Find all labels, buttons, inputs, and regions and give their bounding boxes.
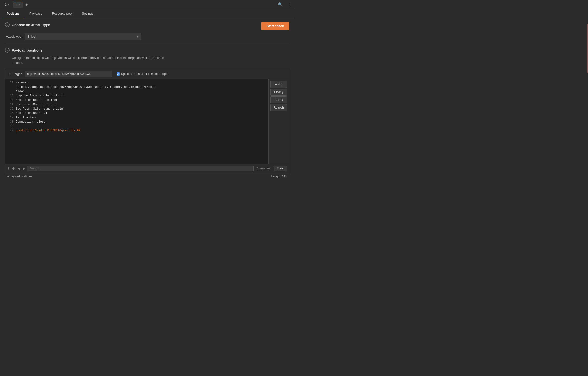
search-next-icon[interactable]: ▶ [22, 166, 26, 171]
editor-container: ⊕ Target: Update Host header to match ta… [5, 69, 289, 173]
refresh-button[interactable]: Refresh [271, 104, 287, 111]
attack-type-label: Attack type: [6, 35, 22, 38]
tab-2-label: 2 [16, 3, 17, 7]
search-clear-button[interactable]: Clear [274, 166, 287, 172]
auto-section-button[interactable]: Auto § [271, 97, 287, 103]
code-line-12: 12 Upgrade-Insecure-Requests: 1 [5, 94, 268, 98]
code-line-14: 14 Sec-Fetch-Mode: navigate [5, 103, 268, 107]
code-line-15: 15 Sec-Fetch-Site: same-origin [5, 107, 268, 111]
search-help-icon[interactable]: ? [7, 166, 10, 171]
main-content: ? Choose an attack type Start attack Att… [0, 18, 294, 183]
search-matches: 0 matches [257, 167, 270, 170]
attack-type-section-header: ? Choose an attack type [5, 22, 50, 27]
clear-section-button[interactable]: Clear § [271, 89, 287, 96]
tab-bar: 1 × 2 × + 🔍 ⋮ [0, 0, 294, 9]
attack-type-select-wrapper: Sniper [25, 33, 141, 40]
attack-type-help-icon[interactable]: ? [5, 22, 10, 27]
tab-bar-left: 1 × 2 × + [2, 1, 30, 8]
update-host-label: Update Host header to match target [121, 72, 168, 76]
tab-settings[interactable]: Settings [77, 9, 98, 18]
search-prev-icon[interactable]: ◀ [17, 166, 21, 171]
code-line-17: 17 Te: trailers [5, 116, 268, 120]
search-bar: ? ⚙ ◀ ▶ 0 matches Clear [5, 164, 289, 173]
tab-1[interactable]: 1 × [2, 2, 12, 7]
status-bar: 0 payload positions Length: 823 [5, 173, 289, 180]
nav-tabs: Positions Payloads Resource pool Setting… [0, 9, 294, 18]
tab-1-label: 1 [5, 3, 7, 6]
positions-help-icon[interactable]: ? [5, 48, 10, 53]
add-section-button[interactable]: Add § [271, 81, 287, 88]
tab-1-close[interactable]: × [8, 3, 10, 6]
target-crosshair-icon: ⊕ [8, 72, 10, 76]
tab-2[interactable]: 2 × [13, 2, 23, 8]
length-indicator: Length: 823 [272, 175, 287, 178]
positions-title: Payload positions [12, 48, 43, 52]
side-buttons: Add § Clear § Auto § Refresh [268, 79, 289, 164]
positions-description: Configure the positions where payloads w… [5, 55, 289, 65]
target-url-input[interactable] [25, 71, 112, 77]
menu-icon[interactable]: ⋮ [286, 2, 292, 7]
divider [5, 44, 289, 44]
code-line-11c: tId=1 [5, 90, 268, 94]
start-attack-button[interactable]: Start attack [261, 22, 289, 30]
code-line-16: 16 Sec-Fetch-User: ?1 [5, 111, 268, 116]
search-input[interactable] [27, 166, 253, 172]
editor-main: 11 Referer: https://0abb00d604e3cc5ec2b0… [5, 79, 268, 164]
positions-section-header: ? Payload positions [5, 48, 289, 53]
code-line-13: 13 Sec-Fetch-Dest: document [5, 98, 268, 103]
tab-bar-right: 🔍 ⋮ [277, 2, 292, 7]
update-host-checkbox[interactable] [116, 73, 120, 76]
attack-type-title: Choose an attack type [12, 23, 50, 27]
target-bar: ⊕ Target: Update Host header to match ta… [5, 69, 289, 79]
target-label: Target: [13, 72, 22, 76]
payload-positions-count: 0 payload positions [7, 175, 32, 178]
code-line-20: 20 productId=1&redir=PRODUCT&quantity=99 [5, 129, 268, 133]
code-line-11: 11 Referer: [5, 81, 268, 85]
tab-positions[interactable]: Positions [2, 9, 24, 18]
code-line-11b: https://0abb00d604e3cc5ec2b057cb00da00fe… [5, 85, 268, 90]
editor-wrapper: 11 Referer: https://0abb00d604e3cc5ec2b0… [5, 79, 289, 164]
tab-resource-pool[interactable]: Resource pool [47, 9, 77, 18]
search-icon[interactable]: 🔍 [277, 2, 284, 7]
tab-payloads[interactable]: Payloads [24, 9, 47, 18]
code-editor[interactable]: 11 Referer: https://0abb00d604e3cc5ec2b0… [5, 79, 268, 164]
attack-type-row: Attack type: Sniper [5, 33, 289, 40]
tab-add-button[interactable]: + [23, 1, 30, 8]
tab-2-close[interactable]: × [19, 3, 20, 6]
attack-type-select[interactable]: Sniper [25, 33, 141, 40]
search-settings-icon[interactable]: ⚙ [11, 166, 16, 171]
code-line-19: 19 [5, 125, 268, 129]
update-host-row: Update Host header to match target [116, 72, 168, 76]
code-line-18: 18 Connection: close [5, 120, 268, 125]
